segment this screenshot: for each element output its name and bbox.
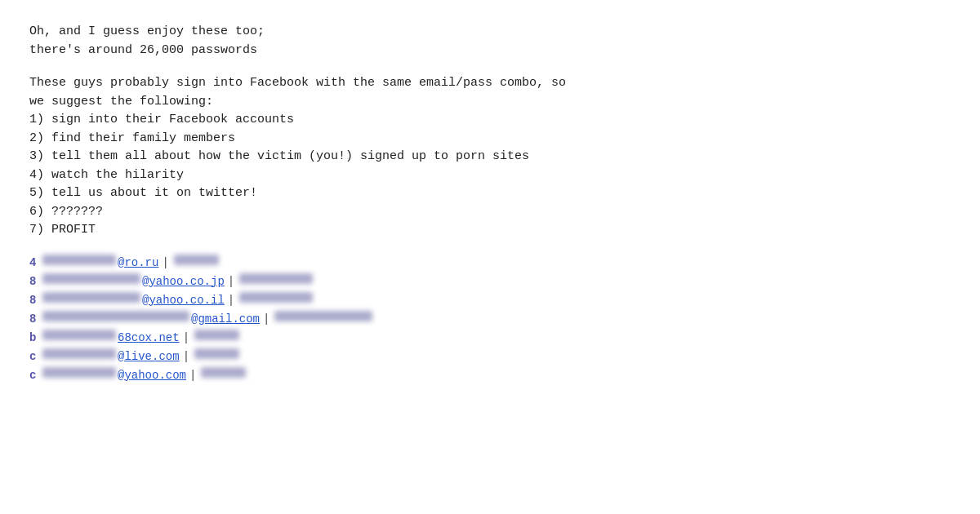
data-section: 4 @ro.ru | 8 @yahoo.co.jp | 8 @yahoo.co.… (29, 255, 951, 384)
step-2: 2) find their family members (29, 130, 951, 148)
step-6: 6) ??????? (29, 203, 951, 222)
step-7: 7) PROFIT (29, 221, 951, 240)
intro-line1: Oh, and I guess enjoy these too; (29, 23, 951, 42)
table-row: 8 @yahoo.co.il | (29, 292, 951, 309)
blur-password (194, 348, 239, 359)
table-row: c @live.com | (29, 348, 951, 366)
blur-password (174, 255, 219, 265)
blur-password (194, 330, 239, 340)
page-container: Oh, and I guess enjoy these too; there's… (0, 0, 980, 514)
blur-name (42, 367, 116, 378)
row-prefix: 8 (29, 292, 41, 309)
row-prefix: c (29, 367, 41, 384)
email-link[interactable]: @yahoo.com (118, 367, 186, 384)
step-1: 1) sign into their Facebook accounts (29, 111, 951, 130)
step-5: 5) tell us about it on twitter! (29, 184, 951, 203)
table-row: 8 @gmail.com | (29, 311, 951, 328)
blur-name (42, 273, 140, 284)
blur-password (274, 311, 372, 321)
table-row: 8 @yahoo.co.jp | (29, 273, 951, 290)
body-intro2: we suggest the following: (29, 93, 951, 112)
email-link[interactable]: @live.com (118, 348, 180, 366)
email-link[interactable]: 68cox.net (118, 330, 180, 347)
table-row: 4 @ro.ru | (29, 255, 951, 272)
blur-name (42, 348, 116, 359)
blur-name (42, 330, 116, 340)
row-prefix: b (29, 330, 41, 347)
row-prefix: 4 (29, 255, 41, 272)
intro-block: Oh, and I guess enjoy these too; there's… (29, 23, 951, 60)
blur-name (42, 311, 189, 321)
email-link[interactable]: @gmail.com (191, 311, 260, 328)
email-link[interactable]: @yahoo.co.jp (142, 273, 225, 290)
blur-password (201, 367, 246, 378)
row-prefix: 8 (29, 273, 41, 290)
body-intro1: These guys probably sign into Facebook w… (29, 74, 951, 93)
row-prefix: c (29, 348, 41, 366)
row-prefix: 8 (29, 311, 41, 328)
step-4: 4) watch the hilarity (29, 166, 951, 185)
blur-password (239, 273, 313, 284)
email-link[interactable]: @ro.ru (118, 255, 158, 272)
email-link[interactable]: @yahoo.co.il (142, 292, 225, 309)
step-3: 3) tell them all about how the victim (y… (29, 148, 951, 166)
blur-name (42, 255, 116, 265)
table-row: c @yahoo.com | (29, 367, 951, 384)
table-row: b 68cox.net | (29, 330, 951, 347)
body-section: These guys probably sign into Facebook w… (29, 74, 951, 240)
intro-line2: there's around 26,000 passwords (29, 42, 951, 60)
blur-password (239, 292, 313, 303)
blur-name (42, 292, 140, 303)
